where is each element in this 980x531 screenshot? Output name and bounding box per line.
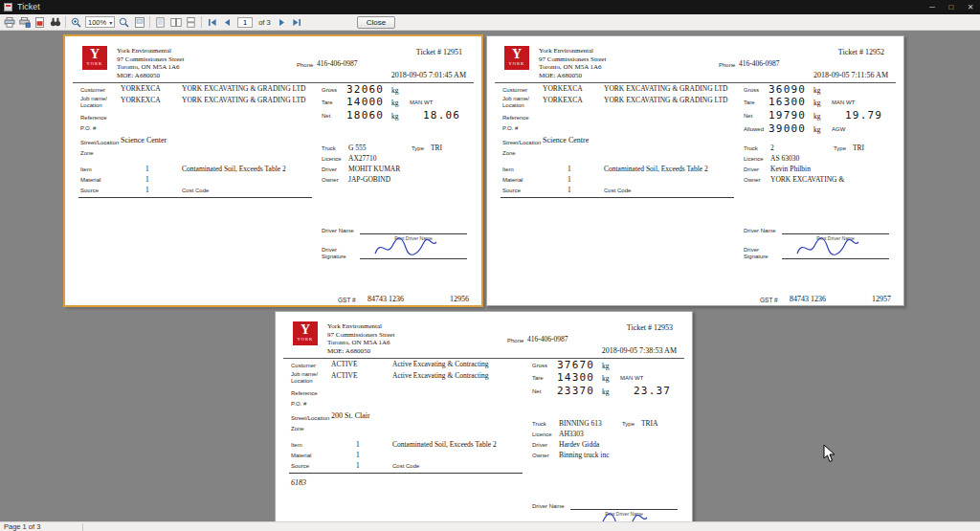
next-page-button[interactable] bbox=[275, 15, 289, 29]
source-code: 1 bbox=[568, 186, 571, 194]
driver-label: Driver bbox=[532, 442, 547, 448]
company-street: 97 Commissioners Street bbox=[117, 55, 184, 64]
driver-label: Driver bbox=[322, 166, 337, 172]
company-name: York Environmental bbox=[117, 47, 184, 55]
magnifier-icon bbox=[119, 17, 129, 28]
driver-signature-line bbox=[782, 258, 889, 259]
print-setup-button[interactable] bbox=[17, 15, 32, 29]
allowed-unit: kg bbox=[813, 125, 821, 134]
source-code: 1 bbox=[356, 461, 360, 470]
fit-page-button[interactable] bbox=[132, 15, 146, 29]
york-logo-word: YORK bbox=[82, 62, 107, 67]
job-code: YORKEXCA bbox=[121, 96, 161, 104]
net-tonnes: 23.37 bbox=[634, 385, 671, 397]
gross-value: 32060 bbox=[346, 83, 384, 96]
phone-label: Phone bbox=[507, 338, 523, 343]
tare-unit: kg bbox=[391, 99, 399, 107]
page-number-input[interactable] bbox=[237, 17, 253, 28]
company-moe: MOE: A680050 bbox=[117, 72, 184, 80]
job-label-2: Location bbox=[291, 378, 313, 384]
first-page-button[interactable] bbox=[205, 15, 219, 29]
facing-pages-view-button[interactable] bbox=[168, 15, 183, 29]
header-divider bbox=[283, 358, 684, 359]
gst-value: 84743 1236 bbox=[368, 295, 404, 303]
zoom-level-select[interactable]: 100% ▾ bbox=[85, 16, 115, 28]
licence-label: Licence bbox=[322, 156, 342, 162]
close-button[interactable]: Close bbox=[357, 16, 395, 29]
sequence-number: 12957 bbox=[872, 295, 891, 303]
job-code: YORKEXCA bbox=[543, 96, 583, 104]
prev-page-button[interactable] bbox=[220, 15, 234, 29]
job-label-2: Location bbox=[502, 102, 524, 108]
export-pdf-button[interactable] bbox=[33, 15, 47, 29]
type-label: Type bbox=[622, 421, 635, 427]
minimize-button[interactable]: ─ bbox=[923, 0, 942, 14]
search-button[interactable] bbox=[48, 15, 62, 29]
customer-code: ACTIVE bbox=[331, 360, 358, 368]
job-name: YORK EXCAVATING & GRADING LTD bbox=[182, 96, 305, 104]
tare-note: MAN WT bbox=[410, 100, 433, 105]
net-unit: kg bbox=[602, 387, 610, 396]
owner-label: Owner bbox=[532, 453, 549, 458]
ticket-document[interactable]: Y YORK York Environmental 97 Commissione… bbox=[64, 35, 482, 306]
driver-signature-label-2: Signature bbox=[322, 254, 346, 259]
truck-value: G 555 bbox=[348, 144, 367, 152]
magnifier-plus-icon bbox=[71, 17, 81, 28]
zoom-out-button[interactable] bbox=[117, 15, 131, 29]
driver-name-label: Driver Name bbox=[744, 228, 776, 233]
ticket-note: 6183 bbox=[291, 478, 306, 487]
net-unit: kg bbox=[813, 112, 821, 121]
phone-value: 416-406-0987 bbox=[527, 335, 568, 343]
app-icon bbox=[4, 3, 12, 11]
customer-name: YORK EXCAVATING & GRADING LTD bbox=[604, 84, 727, 93]
york-logo: Y YORK bbox=[82, 46, 107, 70]
driver-signature-line bbox=[360, 258, 467, 259]
cost-code-label: Cost Code bbox=[392, 463, 419, 469]
job-label-2: Location bbox=[80, 102, 102, 108]
chevron-down-icon: ▾ bbox=[109, 19, 112, 26]
item-code: 1 bbox=[145, 165, 149, 173]
reference-label: Reference bbox=[502, 115, 529, 121]
customer-label: Customer bbox=[291, 363, 316, 368]
page-status: Page 1 of 3 bbox=[0, 522, 40, 531]
tare-label: Tare bbox=[532, 375, 544, 381]
tare-unit: kg bbox=[813, 99, 821, 107]
zoom-level-value: 100% bbox=[88, 18, 106, 27]
item-desc: Contaminated Soil, Exceeds Table 2 bbox=[604, 165, 708, 173]
truck-label: Truck bbox=[744, 145, 758, 151]
job-label-1: Job name/ bbox=[502, 96, 529, 101]
customer-label: Customer bbox=[80, 87, 105, 93]
type-label: Type bbox=[412, 145, 424, 151]
ticket-document[interactable]: Y YORK York Environmental 97 Commissione… bbox=[486, 35, 904, 306]
ticket-datetime: 2018-09-05 7:11:56 AM bbox=[813, 71, 888, 79]
zoom-in-button[interactable] bbox=[69, 15, 83, 29]
last-page-button[interactable] bbox=[290, 15, 304, 29]
ticket-number: Ticket # 12953 bbox=[627, 323, 673, 332]
gross-unit: kg bbox=[813, 86, 821, 95]
job-name: Active Excavating & Contracting bbox=[392, 371, 489, 380]
continuous-view-button[interactable] bbox=[184, 15, 198, 29]
customer-name: Active Excavating & Contracting bbox=[392, 360, 489, 368]
ticket-document[interactable]: Y YORK York Environmental 97 Commissione… bbox=[275, 311, 693, 521]
company-moe: MOE: A680050 bbox=[539, 72, 606, 80]
document-area[interactable]: Y YORK York Environmental 97 Commissione… bbox=[0, 31, 980, 521]
toolbar-separator bbox=[201, 16, 202, 28]
licence-value: AS 63030 bbox=[770, 154, 799, 163]
net-label: Net bbox=[322, 113, 330, 119]
cost-code-label: Cost Code bbox=[604, 188, 631, 193]
source-label: Source bbox=[80, 188, 99, 193]
job-name: YORK EXCAVATING & GRADING LTD bbox=[604, 96, 727, 104]
close-window-button[interactable]: ✕ bbox=[961, 0, 980, 14]
street-label: Street/Location bbox=[80, 140, 119, 145]
print-button[interactable] bbox=[2, 15, 16, 29]
item-code: 1 bbox=[356, 440, 360, 449]
po-label: P.O. # bbox=[291, 401, 306, 407]
maximize-button[interactable]: □ bbox=[942, 0, 961, 14]
job-label-1: Job name/ bbox=[291, 371, 318, 377]
type-value: TRIA bbox=[641, 419, 658, 428]
licence-value: AH3303 bbox=[559, 430, 584, 438]
single-page-view-button[interactable] bbox=[153, 15, 167, 29]
item-label: Item bbox=[502, 166, 514, 172]
owner-label: Owner bbox=[744, 177, 761, 183]
york-logo-word: YORK bbox=[293, 338, 318, 343]
